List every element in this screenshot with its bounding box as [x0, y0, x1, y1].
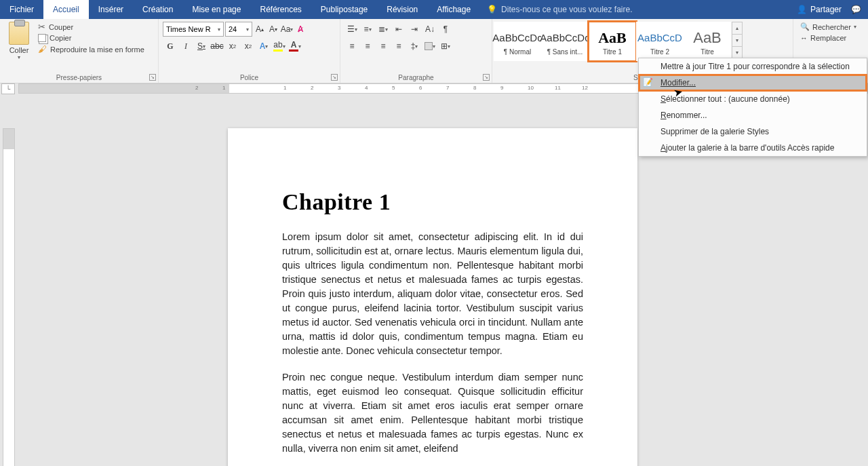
share-label: Partager [810, 5, 842, 14]
font-dialog-launcher[interactable]: ↘ [331, 74, 338, 81]
style-preview: AaBbCcDc [540, 28, 589, 48]
shrink-font-button[interactable]: A▾ [267, 22, 279, 37]
title-bar: Fichier Accueil Insérer Création Mise en… [0, 0, 868, 19]
comments-icon[interactable]: 💬 [851, 5, 861, 14]
align-left-button[interactable]: ≡ [344, 39, 359, 54]
copy-button[interactable]: Copier [38, 34, 144, 42]
modify-icon: 📝 [643, 77, 654, 88]
font-color-button[interactable]: A▾ [288, 39, 302, 54]
chevron-down-icon: ▾ [218, 26, 220, 33]
find-button[interactable]: 🔍Rechercher▾ [797, 21, 864, 33]
style-label: Titre 2 [650, 48, 669, 56]
tab-insert[interactable]: Insérer [89, 0, 133, 19]
copy-icon [38, 34, 46, 42]
format-painter-button[interactable]: 🖌Reproduire la mise en forme [38, 44, 144, 54]
font-size-combo[interactable]: 24▾ [225, 22, 252, 37]
tab-file[interactable]: Fichier [0, 0, 43, 19]
decrease-indent-button[interactable]: ⇤ [391, 22, 406, 37]
menu-update-to-match[interactable]: Mettre à jour Titre 1 pour correspondre … [639, 58, 867, 75]
style-tile-heading1[interactable]: AaBTitre 1 [589, 22, 636, 61]
tab-stop-selector[interactable]: └ [1, 83, 15, 94]
tab-mailings[interactable]: Publipostage [311, 0, 377, 19]
tab-view[interactable]: Affichage [427, 0, 480, 19]
change-case-button[interactable]: Aa▾ [281, 22, 293, 37]
gallery-up-icon[interactable]: ▴ [732, 22, 742, 35]
style-tile-heading2[interactable]: AaBbCcDTitre 2 [636, 22, 684, 61]
menu-add-to-qat[interactable]: Ajouter la galerie à la barre d'outils A… [639, 140, 867, 156]
font-name-value: Times New R [166, 25, 211, 33]
sort-button[interactable]: A↓ [422, 22, 437, 37]
menu-qat-rest: jouter la galerie à la barre d'outils Ac… [666, 143, 834, 153]
style-label: Titre 1 [603, 48, 622, 56]
body-paragraph[interactable]: Lorem ipsum dolor sit amet, consectetur … [282, 230, 583, 358]
show-marks-button[interactable]: ¶ [438, 22, 453, 37]
menu-rename[interactable]: Renommer... [639, 107, 867, 123]
format-painter-label: Reproduire la mise en forme [50, 45, 144, 54]
paragraph-dialog-launcher[interactable]: ↘ [483, 74, 490, 81]
borders-button[interactable]: ⊞▾ [438, 39, 453, 54]
paste-button[interactable]: Coller ▾ [4, 22, 34, 60]
clipboard-group-label: Presse-papiers [0, 74, 158, 81]
multilevel-button[interactable]: ≣▾ [376, 22, 391, 37]
underline-glyph: S [197, 41, 203, 51]
underline-button[interactable]: S▾ [194, 39, 209, 54]
strikethrough-button[interactable]: abc [210, 39, 224, 54]
tell-me-search[interactable]: 💡 Dites-nous ce que vous voulez faire. [480, 0, 790, 19]
cut-label: Couper [49, 23, 73, 31]
grow-font-button[interactable]: A▴ [254, 22, 266, 37]
style-preview: AaB [598, 28, 627, 48]
style-tile-normal[interactable]: AaBbCcDc¶ Normal [494, 22, 541, 61]
text-effects-button[interactable]: A▾ [256, 39, 271, 54]
share-button[interactable]: 👤 Partager [797, 5, 842, 14]
italic-button[interactable]: I [178, 39, 193, 54]
heading-1[interactable]: Chapitre 1 [282, 189, 583, 215]
menu-select-mnemonic: S [660, 94, 666, 104]
bullets-button[interactable]: ☰▾ [344, 22, 359, 37]
styles-gallery-scroller[interactable]: ▴▾▾ [732, 22, 743, 60]
clear-formatting-button[interactable]: A̷ [294, 22, 307, 37]
find-label: Rechercher [812, 23, 851, 31]
font-name-combo[interactable]: Times New R▾ [163, 22, 224, 37]
justify-button[interactable]: ≡ [391, 39, 406, 54]
shading-button[interactable]: ▾ [422, 39, 437, 54]
menu-rename-mnemonic: R [660, 111, 667, 120]
style-preview: AaBbCcD [637, 28, 682, 48]
bold-button[interactable]: G [163, 39, 178, 54]
style-context-menu: Mettre à jour Titre 1 pour correspondre … [638, 58, 867, 157]
group-font: Times New R▾ 24▾ A▴ A▾ Aa▾ A̷ G I S▾ abc… [159, 19, 340, 83]
styles-gallery: AaBbCcDc¶ Normal AaBbCcDc¶ Sans int... A… [494, 22, 791, 61]
numbering-button[interactable]: ≡▾ [360, 22, 375, 37]
line-spacing-button[interactable]: ‡▾ [407, 39, 422, 54]
tab-home[interactable]: Accueil [43, 0, 89, 19]
menu-qat-mnemonic: A [660, 143, 666, 153]
menu-remove-from-gallery[interactable]: Supprimer de la galerie Styles [639, 123, 867, 140]
vertical-ruler[interactable] [3, 128, 15, 466]
gallery-down-icon[interactable]: ▾ [732, 35, 742, 47]
superscript-button[interactable]: x2 [241, 39, 256, 54]
tab-review[interactable]: Révision [377, 0, 427, 19]
tab-design[interactable]: Création [133, 0, 182, 19]
tab-layout[interactable]: Mise en page [182, 0, 250, 19]
increase-indent-button[interactable]: ⇥ [407, 22, 422, 37]
clipboard-dialog-launcher[interactable]: ↘ [149, 74, 156, 81]
replace-icon: ↔ [800, 34, 808, 42]
paste-dropdown-icon: ▾ [18, 54, 20, 60]
body-paragraph[interactable]: Proin nec congue neque. Vestibulum inter… [282, 370, 583, 456]
search-icon: 🔍 [800, 22, 810, 31]
tab-references[interactable]: Références [250, 0, 311, 19]
replace-button[interactable]: ↔Remplacer [797, 33, 864, 43]
group-paragraph: ☰▾ ≡▾ ≣▾ ⇤ ⇥ A↓ ¶ ≡ ≡ ≡ ≡ ‡▾ ▾ ⊞▾ Paragr… [340, 19, 492, 83]
style-tile-no-spacing[interactable]: AaBbCcDc¶ Sans int... [541, 22, 589, 61]
subscript-button[interactable]: x2 [225, 39, 240, 54]
align-center-button[interactable]: ≡ [360, 39, 375, 54]
paragraph-group-label: Paragraphe [340, 74, 492, 81]
font-size-value: 24 [229, 25, 237, 33]
style-tile-title[interactable]: AaBTitre [684, 22, 731, 61]
cut-button[interactable]: ✂Couper [38, 22, 144, 32]
lightbulb-icon: 💡 [487, 5, 497, 14]
document-page[interactable]: Chapitre 1 Lorem ipsum dolor sit amet, c… [228, 128, 637, 466]
highlight-button[interactable]: ab▾ [272, 39, 287, 54]
align-right-button[interactable]: ≡ [376, 39, 391, 54]
style-label: ¶ Normal [504, 48, 531, 56]
titlebar-right: 👤 Partager 💬 [790, 0, 868, 19]
